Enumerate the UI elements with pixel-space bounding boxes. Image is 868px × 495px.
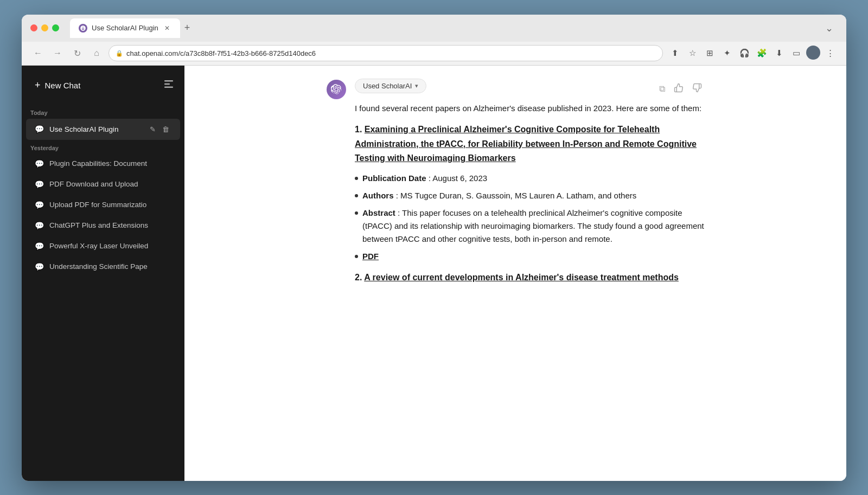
lock-icon: 🔒 — [116, 50, 123, 57]
chat-icon: 💬 — [35, 125, 44, 133]
address-bar[interactable]: 🔒 chat.openai.com/c/a73c8b8f-7f51-42b3-b… — [108, 45, 663, 61]
sparkle-button[interactable]: ✦ — [719, 46, 735, 61]
browser-window: Use ScholarAI Plugin ✕ + ⌄ ← → ↻ ⌂ 🔒 cha… — [22, 15, 846, 481]
bullet-dot-2 — [355, 194, 358, 197]
authors-label: Authors — [362, 191, 394, 200]
bookmark-button[interactable]: ☆ — [685, 46, 700, 61]
copy-button[interactable]: ⧉ — [657, 81, 667, 97]
sidebar-item-actions: ✎ 🗑 — [148, 124, 171, 134]
bullet-dot — [355, 177, 358, 180]
minimize-window-button[interactable] — [41, 24, 48, 31]
svg-rect-0 — [164, 80, 173, 82]
bullet-dot-4 — [355, 255, 358, 258]
active-tab[interactable]: Use ScholarAI Plugin ✕ — [70, 18, 180, 38]
sidebar-header: + New Chat — [22, 66, 184, 105]
chat-icon-6: 💬 — [35, 242, 44, 250]
sidebar-item-scientific-papers[interactable]: 💬 Understanding Scientific Pape — [26, 257, 180, 277]
svg-rect-1 — [164, 83, 170, 85]
sidebar-item-text-3: PDF Download and Upload — [49, 180, 171, 188]
menu-button[interactable]: ⋮ — [822, 46, 838, 61]
rename-chat-button[interactable]: ✎ — [148, 124, 158, 134]
paper1-number: 1. — [355, 125, 362, 134]
download-button[interactable]: ⬇ — [771, 46, 787, 61]
sidebar-item-text-6: Powerful X-ray Laser Unveiled — [49, 242, 171, 250]
chevron-down-icon: ▾ — [415, 82, 418, 89]
assistant-message: Used ScholarAI ▾ ⧉ — [327, 79, 704, 292]
main-content: Used ScholarAI ▾ ⧉ — [184, 66, 846, 481]
sidebar-item-chatgpt-plus[interactable]: 💬 ChatGPT Plus and Extensions — [26, 216, 180, 235]
tab-favicon — [79, 24, 87, 33]
authors-separator: : — [396, 191, 400, 200]
home-button[interactable]: ⌂ — [89, 46, 104, 61]
paper2-number: 2. — [355, 273, 362, 282]
intro-paragraph: I found several recent papers on Alzheim… — [355, 102, 704, 115]
sidebar-item-plugin-capabilities[interactable]: 💬 Plugin Capabilities: Document — [26, 154, 180, 173]
paper2-title-link[interactable]: A review of current developments in Alzh… — [364, 273, 679, 282]
new-chat-label: New Chat — [45, 81, 81, 90]
paper1-pdf-item: PDF — [355, 250, 704, 263]
traffic-lights — [30, 24, 59, 31]
chat-icon-3: 💬 — [35, 180, 44, 189]
paper1-details-list: Publication Date : August 6, 2023 — [355, 172, 704, 263]
svg-rect-2 — [164, 87, 173, 88]
paper1-abstract-item: Abstract : This paper focuses on a teleh… — [355, 207, 704, 246]
chat-icon-7: 💬 — [35, 262, 44, 271]
message-action-buttons: ⧉ — [657, 81, 704, 97]
sidebar-item-text: Use ScholarAI Plugin — [49, 125, 142, 133]
forward-button[interactable]: → — [50, 46, 65, 61]
message-text: I found several recent papers on Alzheim… — [355, 102, 704, 285]
sidebar-item-text-4: Upload PDF for Summarizatio — [49, 201, 171, 209]
paper1-pdf-link[interactable]: PDF — [362, 250, 379, 263]
thumbs-up-button[interactable] — [672, 81, 686, 97]
chat-icon-5: 💬 — [35, 221, 44, 230]
sidebar-item-xray-laser[interactable]: 💬 Powerful X-ray Laser Unveiled — [26, 236, 180, 256]
sidebar-item-text-2: Plugin Capabilities: Document — [49, 159, 171, 168]
delete-chat-button[interactable]: 🗑 — [160, 124, 171, 134]
message-header-row: Used ScholarAI ▾ ⧉ — [355, 79, 704, 102]
sidebar-item-pdf-download[interactable]: 💬 PDF Download and Upload — [26, 175, 180, 194]
sidebar-item-use-scholarai[interactable]: 💬 Use ScholarAI Plugin ✎ 🗑 — [26, 119, 180, 140]
share-button[interactable]: ⬆ — [667, 46, 682, 61]
reload-button[interactable]: ↻ — [69, 46, 85, 61]
scholar-ai-tag[interactable]: Used ScholarAI ▾ — [355, 79, 426, 93]
sidebar-item-upload-pdf[interactable]: 💬 Upload PDF for Summarizatio — [26, 195, 180, 215]
headphone-button[interactable]: 🎧 — [737, 46, 752, 61]
abstract-separator: : — [398, 208, 402, 217]
sidebar-toggle-button[interactable] — [159, 75, 178, 95]
browser-titlebar: Use ScholarAI Plugin ✕ + ⌄ — [22, 15, 846, 42]
assistant-avatar — [327, 80, 346, 99]
message-container: Used ScholarAI ▾ ⧉ — [309, 79, 722, 305]
paper1-publication-date-item: Publication Date : August 6, 2023 — [355, 172, 704, 185]
close-window-button[interactable] — [30, 24, 37, 31]
bullet-dot-3 — [355, 211, 358, 215]
more-tabs-button[interactable]: ⌄ — [821, 22, 838, 34]
new-tab-button[interactable]: + — [180, 22, 195, 34]
profile-button[interactable] — [806, 46, 820, 60]
paper1-authors-item: Authors : MS Tugce Duran, S. Gaussoin, M… — [355, 189, 704, 202]
paper1-title-link[interactable]: Examining a Preclinical Alzheimer's Cogn… — [355, 125, 697, 163]
authors-value: MS Tugce Duran, S. Gaussoin, MS Lauren A… — [400, 191, 636, 200]
paper2-heading: 2. A review of current developments in A… — [355, 271, 704, 285]
sidebar-item-text-7: Understanding Scientific Pape — [49, 262, 171, 271]
today-section-label: Today — [22, 105, 184, 118]
chat-area: Used ScholarAI ▾ ⧉ — [184, 66, 846, 481]
tab-close-button[interactable]: ✕ — [163, 24, 171, 33]
new-chat-button[interactable]: + New Chat — [28, 74, 155, 97]
message-body: Used ScholarAI ▾ ⧉ — [355, 79, 704, 292]
publication-date-label: Publication Date — [362, 173, 426, 183]
chat-icon-2: 💬 — [35, 159, 44, 168]
yesterday-section-label: Yesterday — [22, 140, 184, 153]
used-scholar-ai-label: Used ScholarAI — [363, 82, 412, 90]
maximize-window-button[interactable] — [52, 24, 59, 31]
abstract-value: This paper focuses on a telehealth precl… — [362, 208, 704, 243]
back-button[interactable]: ← — [30, 46, 46, 61]
sidebar: + New Chat Today 💬 Use ScholarAI Plugin … — [22, 66, 184, 481]
sidebar-button[interactable]: ▭ — [789, 46, 804, 61]
puzzle-button[interactable]: 🧩 — [754, 46, 769, 61]
publication-date-value: August 6, 2023 — [432, 173, 487, 183]
thumbs-down-button[interactable] — [690, 81, 704, 97]
tab-title: Use ScholarAI Plugin — [92, 24, 158, 32]
url-text: chat.openai.com/c/a73c8b8f-7f51-42b3-b66… — [126, 49, 316, 57]
layers-button[interactable]: ⊞ — [702, 46, 717, 61]
plus-icon: + — [35, 80, 41, 91]
